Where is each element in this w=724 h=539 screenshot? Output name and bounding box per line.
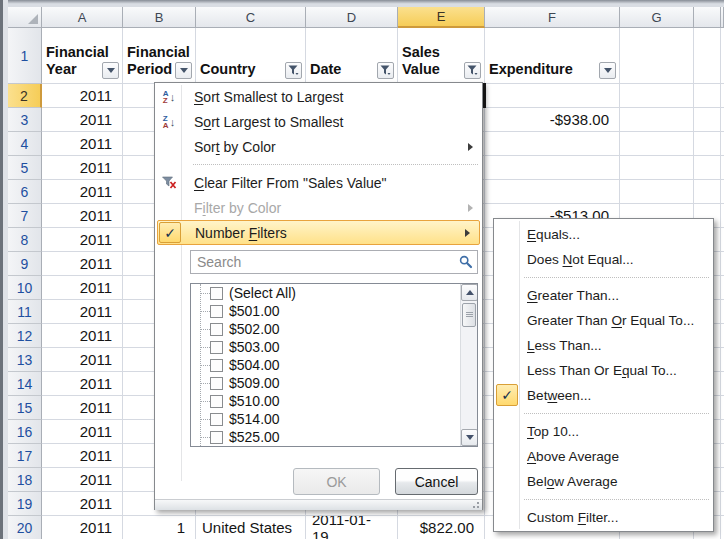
cell-A20[interactable]: 2011 (42, 516, 123, 539)
filter-button-F[interactable] (599, 62, 616, 79)
row-header-20[interactable]: 20 (8, 516, 42, 539)
cell-A12[interactable]: 2011 (42, 324, 123, 348)
select-all-corner[interactable] (8, 7, 42, 28)
row-header-17[interactable]: 17 (8, 444, 42, 468)
header-cell-B1[interactable]: FinancialPeriod (123, 28, 196, 84)
row-header-2[interactable]: 2 (8, 84, 42, 108)
filter-value-item[interactable]: $510.00 (191, 392, 477, 410)
row-header-3[interactable]: 3 (8, 108, 42, 132)
submenu-item-below-average[interactable]: Below Average (494, 469, 713, 494)
header-cell-G1[interactable] (620, 28, 694, 84)
cell-G3[interactable] (620, 108, 694, 132)
cell-A8[interactable]: 2011 (42, 228, 123, 252)
cell-partial[interactable] (694, 156, 721, 180)
cell-A11[interactable]: 2011 (42, 300, 123, 324)
row-header-7[interactable]: 7 (8, 204, 42, 228)
filter-value-item[interactable]: $502.00 (191, 320, 477, 338)
cell-A7[interactable]: 2011 (42, 204, 123, 228)
submenu-item-above-average[interactable]: Above Average (494, 444, 713, 469)
cell-D20[interactable]: 2011-01-19 (306, 516, 398, 539)
menu-item-sort-smallest-to-largest[interactable]: AZ↓Sort Smallest to Largest (155, 84, 482, 109)
filter-value-item[interactable]: $503.00 (191, 338, 477, 356)
submenu-item-equals[interactable]: Equals... (494, 222, 713, 247)
scroll-down-button[interactable] (461, 429, 478, 446)
cell-A2[interactable]: 2011 (42, 84, 123, 108)
cell-A17[interactable]: 2011 (42, 444, 123, 468)
cell-F2[interactable] (485, 84, 620, 108)
value-checkbox[interactable] (210, 323, 223, 336)
cell-F3[interactable]: -$938.00 (485, 108, 620, 132)
cell-A3[interactable]: 2011 (42, 108, 123, 132)
row-header-19[interactable]: 19 (8, 492, 42, 516)
filter-button-B[interactable] (175, 62, 192, 79)
cell-A15[interactable]: 2011 (42, 396, 123, 420)
value-checkbox[interactable] (210, 305, 223, 318)
value-checkbox[interactable] (210, 431, 223, 444)
cell-A19[interactable]: 2011 (42, 492, 123, 516)
column-header-F[interactable]: F (485, 7, 620, 28)
cell-G2[interactable] (620, 84, 694, 108)
menu-item-number-filters[interactable]: ✓Number Filters (157, 220, 480, 245)
submenu-item-greater-than[interactable]: Greater Than... (494, 283, 713, 308)
cell-G4[interactable] (620, 132, 694, 156)
search-icon[interactable] (459, 255, 473, 269)
filter-value-item[interactable]: $501.00 (191, 302, 477, 320)
value-checkbox[interactable] (210, 341, 223, 354)
cell-G5[interactable] (620, 156, 694, 180)
header-cell-E1[interactable]: SalesValue (398, 28, 485, 84)
row-header-13[interactable]: 13 (8, 348, 42, 372)
row-header-8[interactable]: 8 (8, 228, 42, 252)
submenu-item-top-10[interactable]: Top 10... (494, 419, 713, 444)
cell-A5[interactable]: 2011 (42, 156, 123, 180)
header-cell-D1[interactable]: Date (306, 28, 398, 84)
cell-A18[interactable]: 2011 (42, 468, 123, 492)
submenu-item-less-than[interactable]: Less Than... (494, 333, 713, 358)
cell-B20[interactable]: 1 (123, 516, 196, 539)
cell-F4[interactable] (485, 132, 620, 156)
menu-item-sort-by-color[interactable]: Sort by Color (155, 134, 482, 159)
filter-value-item[interactable]: $525.00 (191, 428, 477, 446)
scrollbar-thumb[interactable] (462, 303, 476, 327)
submenu-item-greater-than-or-equal-to[interactable]: Greater Than Or Equal To... (494, 308, 713, 333)
search-input[interactable] (190, 250, 478, 274)
cell-A16[interactable]: 2011 (42, 420, 123, 444)
value-checkbox[interactable] (210, 395, 223, 408)
values-scrollbar[interactable] (460, 284, 477, 446)
value-checkbox[interactable] (210, 413, 223, 426)
row-header-6[interactable]: 6 (8, 180, 42, 204)
cell-G6[interactable] (620, 180, 694, 204)
row-header-15[interactable]: 15 (8, 396, 42, 420)
column-header-A[interactable]: A (42, 7, 123, 28)
submenu-item-between[interactable]: ✓Between... (494, 383, 713, 408)
column-header-partial[interactable] (694, 7, 721, 28)
cell-partial[interactable] (694, 84, 721, 108)
filter-value-item[interactable]: $514.00 (191, 410, 477, 428)
row-header-18[interactable]: 18 (8, 468, 42, 492)
row-header-9[interactable]: 9 (8, 252, 42, 276)
submenu-item-less-than-or-equal-to[interactable]: Less Than Or Equal To... (494, 358, 713, 383)
cell-partial[interactable] (694, 180, 721, 204)
row-header-4[interactable]: 4 (8, 132, 42, 156)
cell-C20[interactable]: United States (196, 516, 306, 539)
header-cell-F1[interactable]: Expenditure (485, 28, 620, 84)
row-header-14[interactable]: 14 (8, 372, 42, 396)
header-cell-empty[interactable] (694, 28, 721, 84)
cell-A14[interactable]: 2011 (42, 372, 123, 396)
column-header-G[interactable]: G (620, 7, 694, 28)
filter-value-item[interactable]: $504.00 (191, 356, 477, 374)
row-header-12[interactable]: 12 (8, 324, 42, 348)
header-cell-A1[interactable]: FinancialYear (42, 28, 123, 84)
value-checkbox[interactable] (210, 287, 223, 300)
row-header-5[interactable]: 5 (8, 156, 42, 180)
column-header-B[interactable]: B (123, 7, 196, 28)
row-header-1[interactable]: 1 (8, 28, 42, 84)
filter-value-item-partial[interactable] (191, 446, 477, 447)
cell-A4[interactable]: 2011 (42, 132, 123, 156)
value-checkbox[interactable] (210, 377, 223, 390)
filter-button-C[interactable] (285, 62, 302, 79)
filter-button-D[interactable] (377, 62, 394, 79)
menu-item-clear-filter[interactable]: Clear Filter From "Sales Value" (155, 170, 482, 195)
row-header-10[interactable]: 10 (8, 276, 42, 300)
menu-item-sort-largest-to-smallest[interactable]: ZA↓Sort Largest to Smallest (155, 109, 482, 134)
cell-A9[interactable]: 2011 (42, 252, 123, 276)
